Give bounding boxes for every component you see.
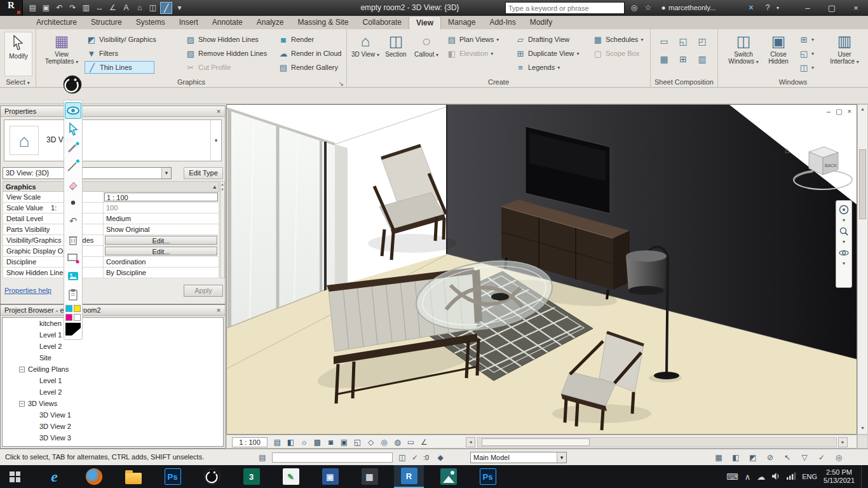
3ds-max-icon[interactable]: 3 [236,465,266,488]
help-caret-icon[interactable]: ▾ [771,2,784,14]
view-scale-button[interactable]: 1 : 100 [232,437,268,447]
image-tool-icon[interactable] [65,268,81,285]
tree-item-3d-view-1[interactable]: 3D View 1 [3,409,223,421]
tab-collaborate[interactable]: Collaborate [356,16,409,29]
matchline-icon[interactable]: ⊞ [675,52,691,66]
thin-lines-button[interactable]: ╱ Thin Lines [85,61,154,74]
remove-hidden-lines-button[interactable]: ▧ Remove Hidden Lines [184,47,276,60]
render-in-cloud-button[interactable]: ☁ Render in Cloud [276,47,345,60]
guide-grid-icon[interactable]: ▦ [656,52,672,66]
tree-item-kitchen[interactable]: kitchen [3,318,223,329]
revit-app-button[interactable]: R [0,0,23,16]
view-selector-caret[interactable]: ▾ [161,168,171,179]
aligned-dimension-icon[interactable]: ∠ [107,2,119,14]
view-reference-icon[interactable]: ▥ [694,52,710,66]
show-hidden-lines-button[interactable]: ▨ Show Hidden Lines [184,33,276,46]
zoom-menu-caret[interactable]: ▾ [843,240,845,245]
signed-in-username[interactable]: marcetheonly... [668,0,715,16]
project-browser-title[interactable]: Project Browser - empty room2 [1,305,225,316]
orbit-icon[interactable] [837,247,850,259]
black-swatch[interactable] [65,323,81,337]
minimize-button[interactable]: – [796,0,820,16]
design-options-combo[interactable]: Main Model ▾ [470,452,567,463]
file-explorer-icon[interactable] [118,465,148,488]
cyan-swatch[interactable] [65,305,72,312]
hidden-icons-chevron[interactable]: ∧ [745,472,751,482]
tree-item-3d-views[interactable]: −3D Views [3,398,223,409]
render-gallery-button[interactable]: ▤ Render Gallery [276,61,345,74]
clipboard-tool-icon[interactable] [65,287,81,303]
close-button[interactable]: × [844,0,868,16]
show-hidden-lines-field[interactable]: By Discipline [104,268,219,278]
horizontal-scrollbar[interactable] [477,437,837,447]
modify-button[interactable]: Modify [4,32,32,76]
photoshop-2-icon[interactable]: Ps [473,465,503,488]
project-browser-close-icon[interactable]: × [214,306,223,315]
3d-view-button[interactable]: ⌂ 3D View ▾ [351,32,380,76]
wheel-menu-caret[interactable]: ▾ [843,218,845,223]
maximize-button[interactable]: ▢ [820,0,844,16]
active-workset-icon[interactable]: ◫ [397,452,408,463]
worksets-icon[interactable]: ▤ [257,452,268,463]
selection-filter-icon[interactable]: ▽ [799,452,810,463]
text-icon[interactable]: A [120,2,132,14]
recorder-logo[interactable] [62,74,83,95]
expander-icon[interactable]: − [19,401,25,407]
tab-analyze[interactable]: Analyze [250,16,291,29]
reveal-hidden-elements-icon[interactable]: ◍ [391,437,403,447]
select-panel-label[interactable]: Select ▾ [0,78,36,88]
volume-icon[interactable] [771,472,780,482]
view-templates-button[interactable]: ▦ View Templates ▾ [44,32,79,76]
drawing-area[interactable]: – ▢ × ⌂ BACK ▾ ▾ [226,104,857,435]
tab-addins[interactable]: Add-Ins [482,16,522,29]
temporary-hide-isolate-icon[interactable]: ◎ [378,437,390,447]
zoom-icon[interactable] [837,225,850,238]
eye-tool-icon[interactable] [65,102,81,119]
firefox-icon[interactable] [79,465,109,488]
vertical-scroll-thumb[interactable] [859,149,866,219]
user-avatar-icon[interactable]: ● [657,2,670,14]
filters-button[interactable]: ▼ Filters [85,47,181,60]
exclude-options-icon[interactable]: ⊘ [764,452,776,463]
duplicate-view-button[interactable]: ⊞ Duplicate View ▾ [513,47,588,60]
properties-close-icon[interactable]: × [214,107,223,116]
user-interface-button[interactable]: ▥ User Interface ▾ [826,32,863,76]
plan-views-button[interactable]: ▤ Plan Views ▾ [445,33,511,46]
schedules-button[interactable]: ▦ Schedules ▾ [591,33,648,46]
white-swatch[interactable] [74,314,81,321]
worksharing-display-icon[interactable]: ▦ [713,452,724,463]
tab-annotate[interactable]: Annotate [205,16,250,29]
discipline-field[interactable]: Coordination [104,257,219,267]
parts-visibility-field[interactable]: Show Original [104,224,219,234]
measure-icon[interactable]: ↔ [93,2,105,14]
scroll-right-icon[interactable]: ▸ [838,437,848,447]
tree-item-ceiling-level-1[interactable]: Level 1 [3,375,223,386]
tree-item-level-2[interactable]: Level 2 [3,341,223,352]
tab-modify[interactable]: Modify [523,16,559,29]
render-button[interactable]: ◙ Render [276,33,345,46]
replicate-button[interactable]: ⊞▾ [797,33,822,46]
text-editor-icon[interactable]: ✎ [276,465,306,488]
viewcube[interactable]: ⌂ BACK [785,140,856,201]
touch-keyboard-icon[interactable]: ⌨ [726,472,738,482]
visual-style-icon[interactable]: ◧ [285,437,297,447]
undo-icon[interactable]: ↶ [53,2,65,14]
navbar-menu-caret[interactable]: ▾ [843,261,845,266]
start-button[interactable] [0,465,30,488]
tree-item-3d-view-2[interactable]: 3D View 2 [3,421,223,432]
section-icon[interactable]: ◫ [147,2,159,14]
collapse-icon[interactable]: ▴ [213,182,216,192]
editable-elements-icon[interactable]: ✓ [409,452,421,463]
temporary-view-properties-icon[interactable]: ▭ [405,437,417,447]
tab-architecture[interactable]: Architecture [29,16,84,29]
graphics-dialog-launcher[interactable]: ↘ [339,80,344,87]
switch-windows-button[interactable]: ◫ Switch Windows ▾ [727,32,760,76]
tab-structure[interactable]: Structure [84,16,129,29]
screen-tool-icon[interactable] [65,250,81,266]
tree-item-ceiling-plans[interactable]: −Ceiling Plans [3,363,223,375]
undo-tool-icon[interactable]: ↶ [65,213,81,229]
close-hidden-button[interactable]: ▣ Close Hidden [763,32,794,76]
sign-out-x-icon[interactable]: × [745,2,757,14]
legends-button[interactable]: ≡ Legends ▾ [513,61,588,74]
callout-button[interactable]: ○ Callout ▾ [412,32,441,76]
